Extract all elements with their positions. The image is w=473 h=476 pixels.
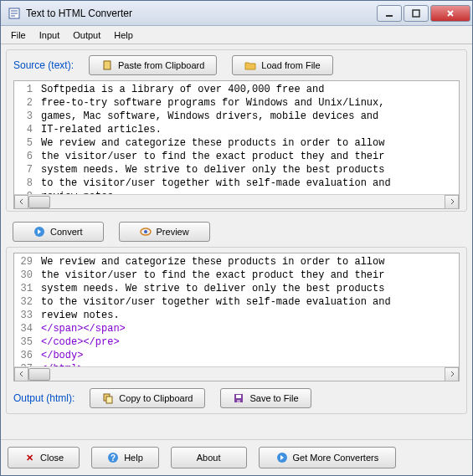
svg-rect-3	[105, 60, 109, 62]
menubar: File Input Output Help	[1, 26, 472, 44]
footer-bar: ✕ Close ? Help About Get More Converters	[1, 439, 472, 475]
scroll-track[interactable]	[28, 195, 445, 209]
maximize-button[interactable]	[404, 5, 429, 22]
output-editor[interactable]: 293031323334353637 We review and categor…	[13, 253, 460, 381]
svg-rect-10	[236, 395, 241, 398]
preview-button[interactable]: Preview	[119, 222, 210, 242]
menu-file[interactable]: File	[4, 28, 33, 43]
help-icon: ?	[107, 452, 119, 463]
svg-point-6	[144, 230, 147, 233]
get-more-button[interactable]: Get More Converters	[259, 447, 397, 468]
window-controls	[377, 5, 470, 22]
svg-text:?: ?	[111, 453, 116, 463]
close-window-button[interactable]	[430, 5, 470, 22]
svg-rect-8	[106, 397, 112, 403]
source-code[interactable]: Softpedia is a library of over 400,000 f…	[38, 81, 459, 194]
source-editor[interactable]: 123456789 Softpedia is a library of over…	[13, 80, 460, 209]
output-gutter: 293031323334353637	[14, 253, 38, 366]
copy-clipboard-button[interactable]: Copy to Clipboard	[90, 388, 205, 408]
svg-rect-2	[104, 61, 111, 69]
save-file-button[interactable]: Save to File	[220, 388, 311, 408]
source-gutter: 123456789	[14, 81, 38, 194]
app-window: Text to HTML Converter File Input Output…	[0, 0, 473, 476]
scroll-track[interactable]	[28, 367, 445, 381]
close-icon: ✕	[23, 452, 35, 463]
help-button[interactable]: ? Help	[91, 447, 159, 468]
svg-rect-11	[237, 400, 240, 402]
scroll-thumb[interactable]	[28, 368, 50, 381]
source-toolbar: Source (text): Paste from Clipboard Load…	[7, 50, 466, 80]
paste-clipboard-button[interactable]: Paste from Clipboard	[89, 55, 217, 75]
menu-input[interactable]: Input	[33, 28, 66, 43]
copy-icon	[102, 392, 114, 404]
source-hscroll	[14, 194, 459, 208]
scroll-left-button[interactable]	[14, 367, 28, 381]
minimize-button[interactable]	[377, 5, 402, 22]
source-label: Source (text):	[13, 59, 74, 71]
scroll-right-button[interactable]	[445, 195, 459, 209]
folder-open-icon	[244, 59, 256, 71]
output-toolbar: Output (html): Copy to Clipboard Save to…	[7, 383, 466, 413]
output-panel: 293031323334353637 We review and categor…	[6, 247, 467, 414]
app-icon	[8, 7, 21, 20]
titlebar[interactable]: Text to HTML Converter	[1, 1, 472, 26]
close-button[interactable]: ✕ Close	[8, 447, 80, 468]
convert-button[interactable]: Convert	[13, 222, 104, 242]
load-file-button[interactable]: Load from File	[232, 55, 332, 75]
eye-icon	[140, 226, 152, 238]
scroll-thumb[interactable]	[28, 196, 50, 208]
scroll-right-button[interactable]	[445, 367, 459, 381]
convert-icon	[33, 226, 45, 238]
menu-output[interactable]: Output	[66, 28, 107, 43]
save-icon	[233, 392, 244, 404]
svg-rect-1	[413, 10, 419, 17]
scroll-left-button[interactable]	[14, 195, 28, 209]
menu-help[interactable]: Help	[107, 28, 140, 43]
output-hscroll	[14, 366, 459, 381]
window-title: Text to HTML Converter	[26, 8, 377, 19]
output-label: Output (html):	[13, 392, 75, 404]
source-panel: Source (text): Paste from Clipboard Load…	[6, 49, 467, 212]
content-area: Source (text): Paste from Clipboard Load…	[1, 44, 472, 439]
output-code[interactable]: We review and categorize these products …	[38, 253, 459, 366]
about-button[interactable]: About	[171, 447, 247, 468]
clipboard-icon	[101, 59, 113, 71]
action-toolbar: Convert Preview	[6, 217, 467, 247]
more-icon	[276, 452, 288, 463]
